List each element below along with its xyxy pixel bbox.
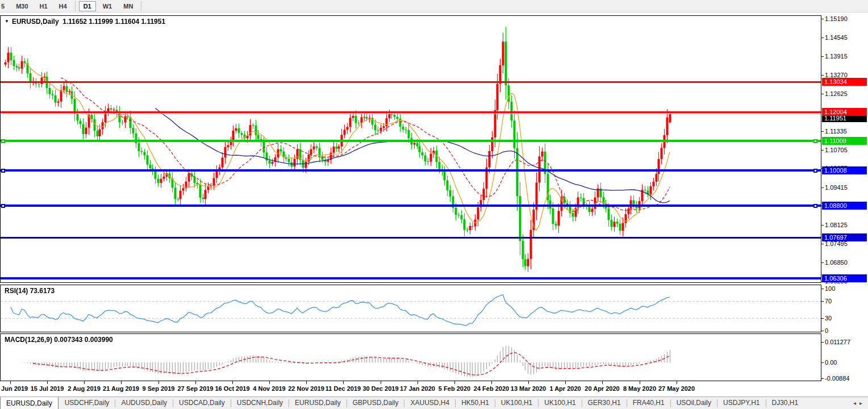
price-axis-tick (821, 19, 824, 19)
rsi-axis-label: 100 (825, 285, 835, 293)
line-drag-handle[interactable] (1, 169, 5, 173)
line-price-tag-1.12004: 1.12004 (822, 108, 867, 116)
date-axis-label: 16 Oct 2019 (215, 385, 249, 392)
timeframe-button-h1[interactable]: H1 (35, 1, 52, 11)
price-axis-label: 1.09415 (825, 183, 848, 191)
symbol-tab-usdjpy-h1-14[interactable]: USDJPY,H1 (717, 397, 765, 409)
line-drag-handle[interactable] (1, 204, 5, 208)
price-axis-label: 1.11335 (825, 127, 847, 135)
timeframe-toolbar: 5M30H1H4D1W1MN (0, 0, 868, 12)
horizontal-line-1.10008[interactable] (1, 169, 821, 172)
price-axis-label: 1.06850 (825, 258, 848, 266)
toolbar-separator (75, 1, 76, 11)
macd-axis-tick (821, 342, 824, 343)
symbol-tab-dj30-h1-15[interactable]: DJ30,H1 (766, 397, 804, 409)
date-axis-tick (343, 381, 344, 384)
symbol-tab-usdcnh-daily-4[interactable]: USDCNH,Daily (231, 397, 289, 409)
tab-scroll-right-icon[interactable]: ▸ (859, 400, 862, 406)
timeframe-button-h4[interactable]: H4 (55, 1, 72, 11)
date-axis-label: 9 Sep 2019 (143, 385, 175, 392)
horizontal-line-1.12004[interactable] (1, 111, 821, 113)
date-axis-tick (232, 381, 233, 384)
timeframe-button-w1[interactable]: W1 (98, 1, 117, 11)
macd-axis-tick (821, 378, 824, 379)
symbol-tab-uk100-h1-10[interactable]: UK100,H1 (539, 397, 581, 409)
symbol-tab-uk100-h1-9[interactable]: UK100,H1 (495, 397, 538, 409)
price-axis-tick (821, 244, 824, 244)
main-chart-panel (0, 15, 821, 283)
date-axis-label: 21 Aug 2019 (103, 385, 139, 392)
date-axis-label: 15 Jul 2019 (31, 385, 64, 392)
date-axis-label: 4 Nov 2019 (253, 385, 285, 392)
tab-scroll-left-icon[interactable]: ◂ (853, 400, 856, 406)
line-price-tag-1.10008: 1.10008 (822, 166, 867, 174)
current-price-line (1, 114, 821, 114)
price-axis-label: 1.14545 (825, 34, 848, 41)
symbol-tab-eurusd-daily-5[interactable]: EURUSD,Daily (289, 397, 347, 409)
horizontal-line-1.08800[interactable] (1, 204, 821, 207)
chart-ohlc-values: 1.11652 1.11999 1.11604 1.11951 (62, 18, 165, 26)
rsi-panel (0, 285, 821, 332)
date-axis-tick (121, 381, 122, 384)
timeframe-button-d1[interactable]: D1 (79, 1, 96, 11)
symbol-tab-xauusd-h4-7[interactable]: XAUUSD,H4 (404, 397, 455, 409)
price-axis-tick (821, 56, 824, 57)
line-drag-handle[interactable] (1, 139, 5, 143)
trading-app-window: 5M30H1H4D1W1MN ▼EURUSD,Daily 1.11652 1.1… (0, 0, 868, 409)
symbol-tab-ger30-h1-11[interactable]: GER30,H1 (582, 397, 627, 409)
timeframe-button-mn[interactable]: MN (119, 1, 137, 11)
date-axis-label: 24 Feb 2020 (474, 385, 509, 392)
horizontal-line-1.07697[interactable] (1, 237, 821, 239)
symbol-tab-audusd-daily-2[interactable]: AUDUSD,Daily (115, 397, 173, 409)
line-price-tag-1.13034: 1.13034 (822, 78, 867, 86)
date-axis-tick (602, 381, 603, 384)
date-axis-label: 11 Dec 2019 (326, 385, 361, 392)
macd-chart-canvas[interactable] (1, 334, 821, 381)
price-axis-tick (821, 94, 824, 94)
symbol-tab-bar: EURUSD,DailyUSDCHF,DailyAUDUSD,DailyUSDC… (0, 397, 868, 409)
rsi-chart-canvas[interactable] (1, 285, 821, 332)
chevron-down-icon[interactable]: ▼ (5, 19, 9, 24)
horizontal-line-1.11009[interactable] (1, 140, 821, 142)
line-drag-handle[interactable] (813, 204, 817, 208)
price-axis-label: 1.13915 (825, 52, 848, 60)
chart-symbol-label: EURUSD,Daily (12, 18, 59, 26)
date-axis-tick (10, 381, 11, 384)
symbol-tab-usdcad-daily-3[interactable]: USDCAD,Daily (173, 397, 231, 409)
price-axis-label: 1.15190 (825, 15, 848, 23)
date-axis-label: 22 Nov 2019 (288, 385, 324, 392)
price-axis-tick (821, 131, 824, 132)
date-axis-label: 17 Jan 2020 (400, 385, 435, 392)
date-axis-tick (528, 381, 529, 384)
macd-indicator-label: MACD(12,26,9) 0.007343 0.003990 (5, 336, 113, 344)
date-axis-tick (381, 381, 381, 384)
date-axis-tick (491, 381, 492, 384)
price-axis-label: 1.12625 (825, 90, 848, 98)
date-axis-tick (418, 381, 418, 384)
horizontal-line-1.13034[interactable] (1, 81, 821, 83)
price-chart-canvas[interactable] (1, 16, 821, 282)
symbol-tab-usdchf-daily-1[interactable]: USDCHF,Daily (59, 397, 115, 409)
date-axis-tick (640, 381, 640, 384)
line-drag-handle[interactable] (813, 169, 817, 173)
date-axis-tick (84, 381, 85, 384)
rsi-axis-tick (821, 318, 824, 319)
symbol-tab-gbpusd-daily-6[interactable]: GBPUSD,Daily (347, 397, 404, 409)
price-axis-tick (821, 187, 824, 188)
line-price-tag-1.06306: 1.06306 (822, 274, 867, 282)
line-price-tag-1.08800: 1.08800 (822, 202, 867, 210)
macd-axis-tick (821, 362, 824, 363)
symbol-tab-eurusd-daily-0[interactable]: EURUSD,Daily (0, 397, 59, 409)
date-axis-tick (269, 381, 270, 384)
price-axis-tick (821, 262, 824, 263)
date-axis-tick (47, 381, 48, 384)
symbol-tab-usoil-daily-13[interactable]: USOil,Daily (671, 397, 717, 409)
symbol-tab-fra40-h1-12[interactable]: FRA40,H1 (627, 397, 670, 409)
toolbar-separator (141, 1, 141, 11)
timeframe-button-5[interactable]: 5 (0, 1, 9, 11)
date-axis-label: 2 Aug 2019 (68, 385, 101, 392)
horizontal-line-1.06306[interactable] (1, 277, 821, 279)
timeframe-button-m30[interactable]: M30 (11, 1, 32, 11)
line-drag-handle[interactable] (813, 139, 817, 143)
symbol-tab-hk50-h1-8[interactable]: HK50,H1 (456, 397, 495, 409)
